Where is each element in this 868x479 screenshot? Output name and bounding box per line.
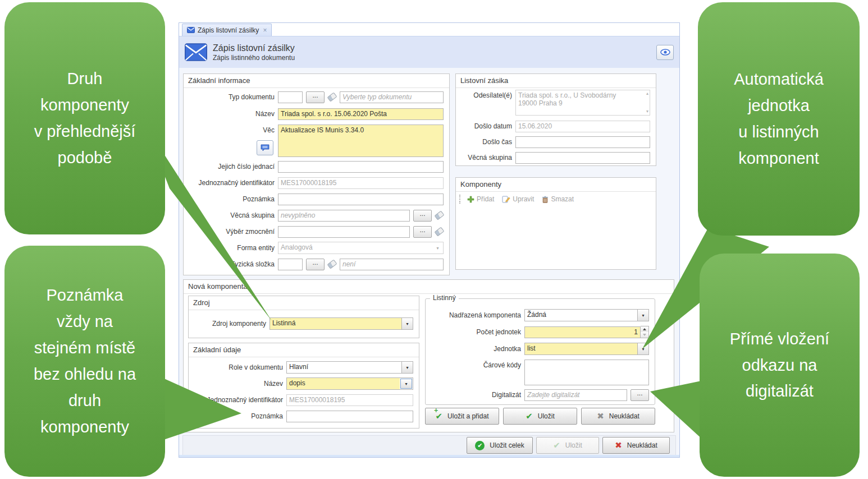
window-header: Zápis listovní zásilky Zápis listinného …	[179, 36, 679, 68]
subject-textarea[interactable]: Aktualizace IS Munis 3.34.0	[278, 125, 444, 157]
mandate-input[interactable]	[278, 226, 410, 238]
scroll-up-icon: ▴	[646, 91, 648, 96]
their-ref-input[interactable]	[278, 161, 444, 173]
role-select[interactable]: Hlavní ▾	[286, 361, 413, 374]
field-label: Poznámka	[193, 412, 283, 420]
doc-type-code-input[interactable]	[278, 91, 303, 103]
units-count-input[interactable]	[524, 326, 641, 338]
physical-folder-browse-button[interactable]: ...	[306, 259, 325, 270]
field-label: Zdroj komponenty	[193, 320, 266, 328]
preview-button[interactable]	[656, 45, 674, 60]
received-date-input	[515, 121, 650, 132]
field-jejich-cislo-jednaci: Jejich číslo jednací	[188, 160, 444, 173]
button-label: Uložit a přidat	[447, 412, 488, 420]
quantity-stepper[interactable]	[641, 326, 649, 338]
field-label: Role v dokumentu	[193, 363, 283, 371]
eraser-icon[interactable]	[435, 227, 445, 236]
edit-icon	[502, 196, 510, 203]
group-title: Základní informace	[184, 74, 449, 88]
mail-subject-group-input[interactable]	[515, 152, 650, 164]
field-label: Fyzická složka	[188, 260, 275, 268]
parent-component-select[interactable]: Žádná ▾	[524, 309, 649, 321]
physical-folder-value: není	[342, 260, 355, 268]
field-label: Forma entity	[188, 244, 275, 252]
field-label: Výběr zmocnění	[188, 228, 275, 236]
field-doslo-cas: Došlo čas	[460, 136, 650, 148]
comment-button[interactable]	[257, 140, 273, 155]
field-odesilatel: Odesílatel(é) Triada spol. s r.o., U Svo…	[460, 90, 650, 116]
physical-folder-input[interactable]: není	[340, 259, 444, 270]
eraser-icon[interactable]	[327, 259, 337, 269]
stepper-down-icon[interactable]	[641, 332, 648, 338]
field-label: Typ dokumentu	[188, 93, 275, 101]
callout-prime-vlozeni: Přímé vložení odkazu na digitalizát	[700, 254, 860, 477]
note-input[interactable]	[278, 194, 444, 205]
field-label: Došlo čas	[460, 138, 512, 146]
button-label: Uložit celek	[490, 441, 524, 449]
field-label: Název	[193, 380, 283, 388]
button-label: Uložit	[538, 412, 555, 420]
eraser-icon[interactable]	[435, 210, 445, 220]
callout-druh-komponenty: Druh komponenty v přehlednější podobě	[4, 2, 165, 234]
discard-component-button[interactable]: ✖ Neukládat	[581, 408, 655, 425]
group-komponenty: Komponenty Přidat Upravit	[455, 177, 656, 270]
subject-group-value: nevyplněno	[281, 211, 315, 219]
tab-label: Zápis listovní zásilky	[198, 26, 259, 34]
subject-group-browse-button[interactable]: ...	[413, 210, 432, 222]
check-plus-icon: +✔	[436, 411, 443, 421]
subject-group-input[interactable]: nevyplněno	[278, 210, 410, 222]
chevron-down-icon: ▾	[401, 362, 413, 373]
add-component-button[interactable]: Přidat	[467, 195, 494, 203]
stepper-up-icon[interactable]	[641, 326, 648, 332]
barcodes-textarea[interactable]	[524, 360, 649, 385]
delete-component-button[interactable]: Smazat	[542, 195, 574, 203]
field-label: Jednoznačný identifikátor	[193, 396, 283, 404]
unit-select[interactable]: list ▾	[524, 343, 649, 355]
comment-icon	[261, 144, 269, 151]
save-component-button[interactable]: ✔ Uložit	[503, 408, 577, 425]
field-jednotka: Jednotka list ▾	[430, 343, 649, 355]
callout-text: Poznámka vždy na stejném místě bez ohled…	[34, 282, 136, 440]
component-name-select[interactable]: dopis ▾	[286, 377, 413, 390]
field-fyzicka-slozka: Fyzická složka ... není	[188, 258, 444, 270]
chevron-down-icon: ▾	[637, 310, 648, 321]
received-time-input[interactable]	[515, 136, 650, 148]
edit-component-button[interactable]: Upravit	[502, 195, 534, 203]
tab-zapis-listovni-zasilky[interactable]: Zápis listovní zásilky ×	[182, 24, 272, 36]
app-window: Zápis listovní zásilky × Zápis listovní …	[179, 22, 680, 458]
name-input[interactable]	[278, 108, 444, 120]
field-label: Název	[188, 110, 275, 118]
group-listovni-zasika: Listovní zásika Odesílatel(é) Triada spo…	[455, 73, 656, 166]
tab-close-icon[interactable]: ×	[263, 26, 267, 34]
mandate-browse-button[interactable]: ...	[413, 226, 432, 238]
window-content: Základní informace Typ dokumentu ... Náz…	[179, 68, 679, 457]
callout-text: Druh komponenty v přehlednější podobě	[34, 66, 136, 171]
field-komponenta-identifikator: Jednoznačný identifikátor	[193, 394, 413, 406]
cancel-button[interactable]: ✖ Neukládat	[602, 437, 670, 454]
digitizate-browse-button[interactable]: ...	[631, 389, 649, 401]
component-source-select[interactable]: Listinná ▾	[269, 317, 413, 330]
field-typ-dokumentu: Typ dokumentu ...	[188, 91, 444, 103]
envelope-icon	[187, 27, 195, 33]
scroll-down-icon: ▾	[646, 109, 648, 114]
window-bottom-strip	[179, 455, 679, 457]
eraser-icon[interactable]	[327, 92, 337, 102]
entity-form-value: Analogová	[278, 242, 432, 254]
sender-line2: 19000 Praha 9	[518, 99, 647, 107]
component-note-input[interactable]	[286, 411, 413, 422]
field-label: Poznámka	[188, 195, 275, 203]
save-all-button[interactable]: ✔ Uložit celek	[467, 437, 533, 454]
component-buttons-row: +✔ Uložit a přidat ✔ Uložit ✖ Neukládat	[425, 408, 655, 425]
physical-folder-code-input[interactable]	[278, 259, 303, 270]
digitizate-input[interactable]	[524, 389, 627, 401]
components-list[interactable]	[456, 206, 656, 269]
doc-type-browse-button[interactable]: ...	[306, 91, 325, 103]
field-label: Počet jednotek	[430, 328, 521, 336]
doc-type-input[interactable]	[340, 91, 444, 103]
field-carove-kody: Čárové kódy	[430, 360, 649, 385]
field-label: Digitalizát	[430, 391, 521, 399]
toolbar-grip	[459, 195, 462, 204]
field-digitalizat: Digitalizát ...	[430, 389, 649, 401]
group-zakladni-informace: Základní informace Typ dokumentu ... Náz…	[183, 73, 450, 275]
save-and-add-button[interactable]: +✔ Uložit a přidat	[425, 408, 499, 425]
